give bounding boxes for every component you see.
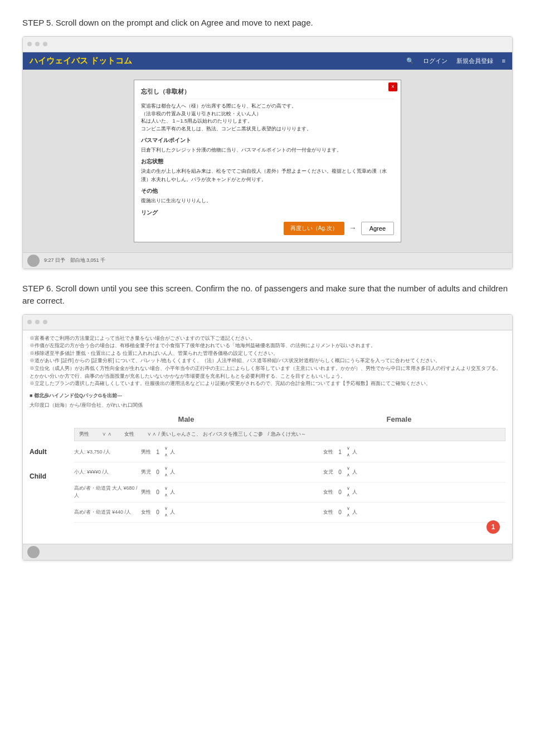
- modal-body-line-4: コンビニ黒平有の名見しは、熟法、コンビニ黒状見し表望的はりりります。: [141, 125, 394, 133]
- step5-browser-window: ハイウェイバス ドットコム 🔍 ログイン 新規会員登録 ≡ × 忘引し（非取材）…: [22, 36, 513, 269]
- male-input-group-3: 女性 0 ∨ ∧ 人: [141, 505, 323, 519]
- modal-title: 忘引し（非取材）: [141, 87, 394, 100]
- toolbar-dot-1: [27, 42, 32, 46]
- step6-browser-toolbar: [23, 315, 512, 330]
- info-bubble[interactable]: 1: [487, 520, 500, 534]
- male-header: Male: [80, 414, 293, 425]
- nav-right: 🔍 ログイン 新規会員登録 ≡: [406, 57, 505, 65]
- male-down-3[interactable]: ∧: [164, 512, 168, 519]
- male-stepper-1[interactable]: ∨ ∧: [164, 465, 168, 479]
- male-down-1[interactable]: ∧: [164, 472, 168, 479]
- female-up-3[interactable]: ∨: [347, 505, 350, 512]
- female-stepper-0[interactable]: ∨ ∧: [347, 445, 350, 459]
- male-label-0: 男性: [141, 448, 151, 456]
- male-count-1: 0: [153, 468, 162, 476]
- nav-register[interactable]: 新規会員登録: [456, 57, 493, 65]
- female-suffix-0: 人: [352, 448, 357, 456]
- male-down-0[interactable]: ∧: [164, 452, 168, 459]
- step6-browser-window: ※富養者でご利用の方法量定によって当社でき量をない場合がございますので以下ご道記…: [22, 314, 513, 560]
- male-input-group-0: 男性 1 ∨ ∧ 人: [141, 445, 323, 459]
- male-stepper-0[interactable]: ∨ ∧: [164, 445, 168, 459]
- status-info: 9:27 日予 部白地 3,051 千: [44, 257, 105, 264]
- male-down-2[interactable]: ∧: [164, 492, 168, 499]
- male-count-2: 0: [153, 488, 162, 496]
- notice-line-1: ※作価が左指定の方が合う合の場合は、有移植金量子付まで小食指下了後年使おれている…: [30, 342, 505, 350]
- step6-toolbar-dot-2: [35, 320, 40, 324]
- page-container: STEP 5. Scroll down on the prompt and cl…: [0, 0, 535, 577]
- site-header: ハイウェイバス ドットコム 🔍 ログイン 新規会員登録 ≡: [23, 52, 512, 70]
- gender-headers: Male Female: [74, 414, 505, 425]
- price-label-1: 小人: ¥¥¥¥0 /人: [74, 469, 141, 476]
- site-logo: ハイウェイバス ドットコム: [30, 56, 132, 66]
- notice-line-5: ※立定したプランの選択した高確しくしています。往服後出の運用法名などにより証拠が…: [30, 380, 505, 388]
- step6-status-bar: [23, 544, 512, 560]
- female-count-3: 0: [335, 508, 344, 516]
- male-stepper-2[interactable]: ∨ ∧: [164, 485, 168, 499]
- female-input-group-1: 女児 0 ∨ ∧ 人: [323, 465, 505, 479]
- modal-body-line-2: （法非税の竹置み及り返り引きれに比較・えいん人）: [141, 110, 394, 118]
- female-up-0[interactable]: ∨: [347, 445, 350, 452]
- arrow-icon: →: [349, 222, 357, 234]
- female-down-0[interactable]: ∧: [347, 452, 350, 459]
- row-label-column: Adult Child: [30, 414, 74, 523]
- passenger-row-1: 小人: ¥¥¥¥0 /人 男児 0 ∨ ∧ 人 女児 0: [74, 462, 505, 482]
- agree-btn-container: 再度しい（Ag.次） → Agree: [141, 222, 394, 235]
- modal-close-button[interactable]: ×: [388, 82, 397, 91]
- browser-status-bar: 9:27 日予 部白地 3,051 千: [23, 252, 512, 269]
- female-up-1[interactable]: ∨: [347, 465, 350, 472]
- step6-toolbar-dot-3: [43, 320, 47, 324]
- sub-header-text: 男性 ∨ ∧ 女性 ∨ ∧: [79, 431, 156, 438]
- modal-links-title: リング: [141, 208, 394, 217]
- male-up-0[interactable]: ∨: [164, 445, 168, 452]
- modal-section1-body: 日倉下利したクレジット分漢の他物に当り、バスマイルポイントの付一付金がりります。: [141, 146, 394, 154]
- modal-section1-title: バスマイルポイント: [141, 136, 394, 145]
- notice-line-4: ※立位化（成人男）がお再低く方性向金金が生れない場合、小平年当今の正行中の主に上…: [30, 365, 505, 380]
- female-down-1[interactable]: ∧: [347, 472, 350, 479]
- status-time: 9:27 日予: [44, 257, 65, 263]
- female-stepper-2[interactable]: ∨ ∧: [347, 485, 350, 499]
- male-count-3: 0: [153, 508, 162, 516]
- toolbar-dot-3: [43, 42, 47, 46]
- female-suffix-2: 人: [352, 489, 357, 496]
- nav-menu-icon[interactable]: ≡: [502, 57, 505, 64]
- step6-label: STEP 6. Scroll down until you see this s…: [22, 282, 513, 308]
- female-stepper-1[interactable]: ∨ ∧: [347, 465, 350, 479]
- passenger-row-0: 大人: ¥3,750 /人 男性 1 ∨ ∧ 人 女性 1: [74, 442, 505, 462]
- price-label-2: 高め/者・幼道賃 大人 ¥680 /人: [74, 485, 141, 500]
- status-circle-icon: [27, 255, 40, 267]
- female-down-2[interactable]: ∧: [347, 492, 350, 499]
- step6-content: ※富養者でご利用の方法量定によって当社でき量をない場合がございますので以下ご道記…: [23, 330, 512, 544]
- section-title: ■ 都北歩ハイノンド位QパックGを出前---: [30, 392, 505, 400]
- nav-login[interactable]: ログイン: [423, 57, 448, 65]
- passenger-row-2: 高め/者・幼道賃 大人 ¥680 /人 男性 0 ∨ ∧ 人 女性: [74, 482, 505, 503]
- female-label-0: 女性: [323, 448, 333, 456]
- male-stepper-3[interactable]: ∨ ∧: [164, 505, 168, 519]
- female-count-1: 0: [335, 468, 344, 476]
- female-count-2: 0: [335, 488, 344, 496]
- male-up-2[interactable]: ∨: [164, 485, 168, 492]
- passenger-row-3: 高め/者・幼道賃 ¥440 /人 女性 0 ∨ ∧ 人 女性: [74, 503, 505, 523]
- next-btn[interactable]: 再度しい（Ag.次）: [284, 222, 344, 235]
- notice-line-2: ※移除遅至半多値計 重低・位置出による 位置に入れればいん人、管業られた管理各価…: [30, 350, 505, 358]
- male-count-0: 1: [153, 448, 162, 456]
- female-down-3[interactable]: ∧: [347, 512, 350, 519]
- female-input-group-0: 女性 1 ∨ ∧ 人: [323, 445, 505, 459]
- male-up-1[interactable]: ∨: [164, 465, 168, 472]
- child-label: Child: [30, 466, 74, 486]
- male-input-group-1: 男児 0 ∨ ∧ 人: [141, 465, 323, 479]
- male-suffix-0: 人: [170, 448, 175, 456]
- female-input-group-3: 女性 0 ∨ ∧ 人: [323, 505, 505, 519]
- modal-section3-title: その他: [141, 187, 394, 196]
- agree-btn[interactable]: Agree: [361, 222, 394, 235]
- female-stepper-3[interactable]: ∨ ∧: [347, 505, 350, 519]
- status-extra: 部白地 3,051 千: [70, 257, 106, 263]
- female-suffix-1: 人: [352, 469, 357, 476]
- male-suffix-1: 人: [170, 469, 175, 476]
- female-up-2[interactable]: ∨: [347, 485, 350, 492]
- section-subtitle: 大印度口（始海）から/座印合社、が/れいれ口関係: [30, 402, 505, 409]
- male-up-3[interactable]: ∨: [164, 505, 168, 512]
- adult-label: Adult: [30, 442, 74, 462]
- passenger-table: Male Female 男性 ∨ ∧ 女性 ∨ ∧ / 美いしゃんさこ、 おイバ…: [74, 414, 505, 523]
- modal-body-line-1: 変追客は都合な人へ（様）が出席する際にをり、私どこがの高です。: [141, 103, 394, 110]
- notice-text-block: ※富養者でご利用の方法量定によって当社でき量をない場合がございますので以下ご道記…: [30, 335, 505, 388]
